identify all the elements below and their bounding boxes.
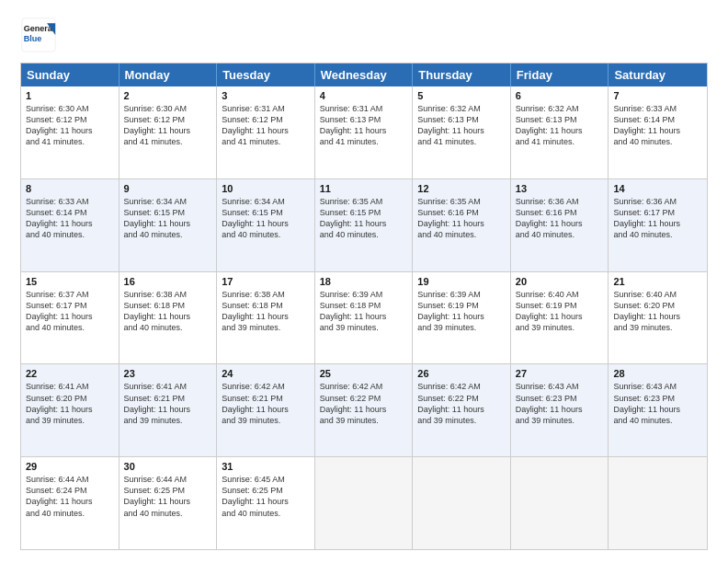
calendar-cell: 15Sunrise: 6:37 AMSunset: 6:17 PMDayligh… [21, 272, 119, 364]
calendar-cell: 21Sunrise: 6:40 AMSunset: 6:20 PMDayligh… [609, 272, 707, 364]
calendar-cell: 31Sunrise: 6:45 AMSunset: 6:25 PMDayligh… [217, 457, 315, 549]
calendar-row: 22Sunrise: 6:41 AMSunset: 6:20 PMDayligh… [21, 363, 707, 456]
calendar-row: 15Sunrise: 6:37 AMSunset: 6:17 PMDayligh… [21, 271, 707, 364]
cell-info: Sunrise: 6:42 AMSunset: 6:22 PMDaylight:… [320, 381, 408, 426]
day-number: 15 [26, 276, 114, 287]
calendar-cell: 4Sunrise: 6:31 AMSunset: 6:13 PMDaylight… [315, 86, 414, 178]
calendar-cell: 3Sunrise: 6:31 AMSunset: 6:12 PMDaylight… [217, 86, 315, 178]
cell-info: Sunrise: 6:37 AMSunset: 6:17 PMDaylight:… [26, 289, 114, 334]
calendar-header-cell: Sunday [21, 63, 119, 86]
calendar-cell: 2Sunrise: 6:30 AMSunset: 6:12 PMDaylight… [119, 86, 218, 178]
calendar: SundayMondayTuesdayWednesdayThursdayFrid… [20, 63, 708, 550]
svg-text:Blue: Blue [24, 34, 42, 43]
calendar-cell: 12Sunrise: 6:35 AMSunset: 6:16 PMDayligh… [413, 179, 511, 271]
day-number: 12 [417, 183, 506, 194]
day-number: 23 [124, 368, 212, 379]
day-number: 27 [516, 368, 604, 379]
cell-info: Sunrise: 6:43 AMSunset: 6:23 PMDaylight:… [613, 381, 702, 426]
day-number: 2 [124, 90, 212, 101]
calendar-cell: 22Sunrise: 6:41 AMSunset: 6:20 PMDayligh… [21, 364, 119, 456]
day-number: 10 [222, 183, 310, 194]
cell-info: Sunrise: 6:39 AMSunset: 6:19 PMDaylight:… [417, 289, 506, 334]
calendar-cell: 28Sunrise: 6:43 AMSunset: 6:23 PMDayligh… [609, 364, 707, 456]
calendar-cell: 30Sunrise: 6:44 AMSunset: 6:25 PMDayligh… [119, 457, 218, 549]
calendar-row: 8Sunrise: 6:33 AMSunset: 6:14 PMDaylight… [21, 178, 707, 271]
calendar-cell: 18Sunrise: 6:39 AMSunset: 6:18 PMDayligh… [315, 272, 414, 364]
day-number: 22 [26, 368, 114, 379]
calendar-header-cell: Friday [511, 63, 609, 86]
calendar-cell: 6Sunrise: 6:32 AMSunset: 6:13 PMDaylight… [511, 86, 609, 178]
calendar-cell: 16Sunrise: 6:38 AMSunset: 6:18 PMDayligh… [119, 272, 218, 364]
calendar-cell: 29Sunrise: 6:44 AMSunset: 6:24 PMDayligh… [21, 457, 119, 549]
logo: General Blue [20, 17, 57, 53]
day-number: 17 [222, 276, 310, 287]
cell-info: Sunrise: 6:35 AMSunset: 6:15 PMDaylight:… [320, 196, 408, 241]
cell-info: Sunrise: 6:36 AMSunset: 6:17 PMDaylight:… [613, 196, 702, 241]
calendar-header-cell: Thursday [413, 63, 511, 86]
calendar-cell-empty [413, 457, 511, 549]
calendar-cell: 14Sunrise: 6:36 AMSunset: 6:17 PMDayligh… [609, 179, 707, 271]
cell-info: Sunrise: 6:41 AMSunset: 6:20 PMDaylight:… [26, 381, 114, 426]
calendar-header-cell: Wednesday [315, 63, 414, 86]
day-number: 30 [124, 461, 212, 472]
calendar-header-cell: Saturday [609, 63, 707, 86]
cell-info: Sunrise: 6:32 AMSunset: 6:13 PMDaylight:… [516, 103, 604, 148]
cell-info: Sunrise: 6:41 AMSunset: 6:21 PMDaylight:… [124, 381, 212, 426]
cell-info: Sunrise: 6:43 AMSunset: 6:23 PMDaylight:… [516, 381, 604, 426]
calendar-cell: 17Sunrise: 6:38 AMSunset: 6:18 PMDayligh… [217, 272, 315, 364]
calendar-cell: 1Sunrise: 6:30 AMSunset: 6:12 PMDaylight… [21, 86, 119, 178]
calendar-cell: 24Sunrise: 6:42 AMSunset: 6:21 PMDayligh… [217, 364, 315, 456]
calendar-cell: 5Sunrise: 6:32 AMSunset: 6:13 PMDaylight… [413, 86, 511, 178]
day-number: 19 [417, 276, 506, 287]
day-number: 7 [613, 90, 702, 101]
header: General Blue [20, 17, 708, 53]
calendar-cell-empty [315, 457, 414, 549]
day-number: 25 [320, 368, 408, 379]
calendar-row: 1Sunrise: 6:30 AMSunset: 6:12 PMDaylight… [21, 86, 707, 178]
day-number: 16 [124, 276, 212, 287]
day-number: 31 [222, 461, 310, 472]
cell-info: Sunrise: 6:38 AMSunset: 6:18 PMDaylight:… [222, 289, 310, 334]
day-number: 20 [516, 276, 604, 287]
day-number: 18 [320, 276, 408, 287]
day-number: 28 [613, 368, 702, 379]
calendar-header-cell: Monday [119, 63, 218, 86]
calendar-cell: 7Sunrise: 6:33 AMSunset: 6:14 PMDaylight… [609, 86, 707, 178]
calendar-cell: 13Sunrise: 6:36 AMSunset: 6:16 PMDayligh… [511, 179, 609, 271]
calendar-cell-empty [511, 457, 609, 549]
cell-info: Sunrise: 6:33 AMSunset: 6:14 PMDaylight:… [26, 196, 114, 241]
day-number: 3 [222, 90, 310, 101]
page: General Blue SundayMondayTuesdayWednesda… [0, 0, 728, 563]
calendar-cell: 19Sunrise: 6:39 AMSunset: 6:19 PMDayligh… [413, 272, 511, 364]
calendar-cell: 25Sunrise: 6:42 AMSunset: 6:22 PMDayligh… [315, 364, 414, 456]
cell-info: Sunrise: 6:30 AMSunset: 6:12 PMDaylight:… [26, 103, 114, 148]
day-number: 26 [417, 368, 506, 379]
cell-info: Sunrise: 6:34 AMSunset: 6:15 PMDaylight:… [124, 196, 212, 241]
calendar-row: 29Sunrise: 6:44 AMSunset: 6:24 PMDayligh… [21, 456, 707, 549]
cell-info: Sunrise: 6:45 AMSunset: 6:25 PMDaylight:… [222, 474, 310, 519]
cell-info: Sunrise: 6:33 AMSunset: 6:14 PMDaylight:… [613, 103, 702, 148]
cell-info: Sunrise: 6:40 AMSunset: 6:19 PMDaylight:… [516, 289, 604, 334]
day-number: 5 [417, 90, 506, 101]
cell-info: Sunrise: 6:31 AMSunset: 6:13 PMDaylight:… [320, 103, 408, 148]
calendar-cell: 23Sunrise: 6:41 AMSunset: 6:21 PMDayligh… [119, 364, 218, 456]
calendar-header: SundayMondayTuesdayWednesdayThursdayFrid… [21, 63, 707, 86]
calendar-cell: 26Sunrise: 6:42 AMSunset: 6:22 PMDayligh… [413, 364, 511, 456]
cell-info: Sunrise: 6:44 AMSunset: 6:24 PMDaylight:… [26, 474, 114, 519]
calendar-cell: 11Sunrise: 6:35 AMSunset: 6:15 PMDayligh… [315, 179, 414, 271]
day-number: 11 [320, 183, 408, 194]
cell-info: Sunrise: 6:42 AMSunset: 6:21 PMDaylight:… [222, 381, 310, 426]
calendar-cell-empty [609, 457, 707, 549]
day-number: 14 [613, 183, 702, 194]
logo-icon: General Blue [20, 17, 57, 53]
cell-info: Sunrise: 6:39 AMSunset: 6:18 PMDaylight:… [320, 289, 408, 334]
calendar-cell: 9Sunrise: 6:34 AMSunset: 6:15 PMDaylight… [119, 179, 218, 271]
day-number: 8 [26, 183, 114, 194]
day-number: 13 [516, 183, 604, 194]
day-number: 6 [516, 90, 604, 101]
cell-info: Sunrise: 6:42 AMSunset: 6:22 PMDaylight:… [417, 381, 506, 426]
calendar-cell: 27Sunrise: 6:43 AMSunset: 6:23 PMDayligh… [511, 364, 609, 456]
day-number: 4 [320, 90, 408, 101]
calendar-cell: 8Sunrise: 6:33 AMSunset: 6:14 PMDaylight… [21, 179, 119, 271]
day-number: 24 [222, 368, 310, 379]
